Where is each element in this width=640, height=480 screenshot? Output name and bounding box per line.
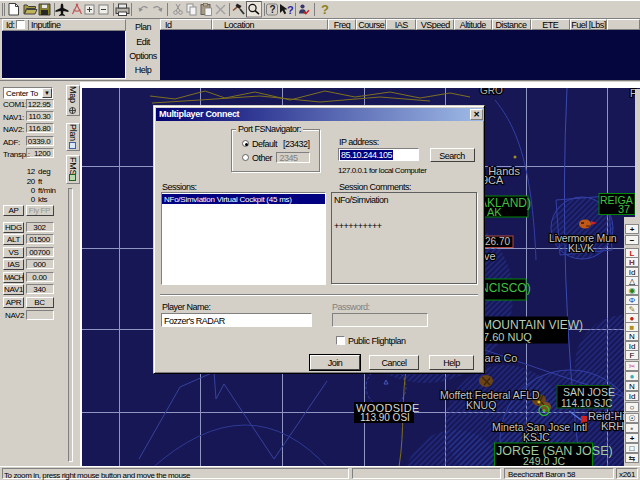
svg-text:114.10 SJC: 114.10 SJC [561, 398, 613, 409]
svg-text:7.60 NUQ: 7.60 NUQ [483, 331, 532, 343]
svg-text:?: ? [287, 4, 294, 16]
svg-text:37: 37 [618, 203, 630, 215]
svg-text:?: ? [321, 2, 329, 17]
svg-text:SAN JOSE: SAN JOSE [563, 386, 615, 398]
svg-text:?: ? [270, 4, 276, 15]
svg-text:GRO: GRO [480, 88, 503, 96]
svg-text:113.90 OSI: 113.90 OSI [360, 412, 410, 423]
svg-text:KSJC: KSJC [523, 431, 550, 443]
svg-text:lara Co: lara Co [482, 352, 517, 364]
svg-text:KLVK: KLVK [568, 242, 594, 254]
svg-text:9CA: 9CA [482, 174, 504, 186]
svg-text:(MOUNTAIN VIEW): (MOUNTAIN VIEW) [478, 318, 583, 332]
svg-text:26.70: 26.70 [485, 236, 510, 247]
svg-text:KNUQ: KNUQ [466, 399, 496, 411]
svg-text:NCISCO): NCISCO) [480, 281, 531, 295]
svg-text:KRH: KRH [601, 420, 624, 432]
svg-text:AK: AK [487, 206, 502, 218]
svg-text:ve: ve [484, 250, 496, 262]
